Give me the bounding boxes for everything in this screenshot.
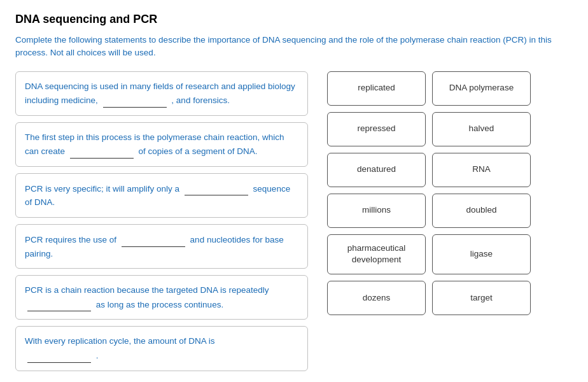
choice-box-choice-dna-polymerase[interactable]: DNA polymerase bbox=[432, 71, 531, 106]
stmt1-after: , and forensics. bbox=[171, 96, 230, 105]
statement-box-4: PCR requires the use of and nucleotides … bbox=[15, 224, 308, 269]
choice-box-choice-doubled[interactable]: doubled bbox=[432, 194, 531, 228]
statements-column: DNA sequencing is used in many fields of… bbox=[15, 71, 308, 371]
instructions: Complete the following statements to des… bbox=[15, 34, 573, 60]
instructions-note: Not all choices will be used. bbox=[50, 48, 156, 57]
blank-5 bbox=[27, 297, 91, 312]
choice-box-choice-denatured[interactable]: denatured bbox=[327, 153, 426, 187]
blank-3 bbox=[185, 181, 248, 196]
page-title: DNA sequencing and PCR bbox=[15, 13, 573, 26]
stmt3-before: PCR is very specific; it will amplify on… bbox=[25, 184, 179, 194]
blank-2 bbox=[70, 144, 134, 159]
statement-box-3: PCR is very specific; it will amplify on… bbox=[15, 173, 308, 218]
choice-box-choice-rna[interactable]: RNA bbox=[432, 153, 531, 187]
blank-1 bbox=[103, 93, 167, 108]
stmt6-after: . bbox=[96, 351, 99, 360]
stmt2-after: of copies of a segment of DNA. bbox=[139, 146, 258, 156]
choice-box-choice-target[interactable]: target bbox=[432, 281, 531, 315]
choice-box-choice-millions[interactable]: millions bbox=[327, 194, 426, 228]
blank-6 bbox=[27, 348, 91, 363]
choice-box-choice-halved[interactable]: halved bbox=[432, 112, 531, 146]
choice-box-choice-ligase[interactable]: ligase bbox=[432, 234, 531, 275]
statement-box-5: PCR is a chain reaction because the targ… bbox=[15, 275, 308, 320]
stmt4-before: PCR requires the use of bbox=[25, 235, 116, 244]
blank-4 bbox=[122, 232, 185, 247]
choice-box-choice-replicated[interactable]: replicated bbox=[327, 71, 426, 106]
statement-box-1: DNA sequencing is used in many fields of… bbox=[15, 71, 308, 116]
stmt5-before: PCR is a chain reaction because the targ… bbox=[25, 285, 269, 295]
stmt5-after: as long as the process continues. bbox=[96, 300, 223, 309]
choice-box-choice-dozens[interactable]: dozens bbox=[327, 281, 426, 315]
choices-column: replicatedDNA polymeraserepressedhalvedd… bbox=[327, 71, 531, 316]
choice-box-choice-repressed[interactable]: repressed bbox=[327, 112, 426, 146]
choice-box-choice-pharmaceutical[interactable]: pharmaceutical development bbox=[327, 234, 426, 275]
stmt6-before: With every replication cycle, the amount… bbox=[25, 336, 215, 346]
statement-box-6: With every replication cycle, the amount… bbox=[15, 326, 308, 371]
main-layout: DNA sequencing is used in many fields of… bbox=[15, 71, 573, 371]
statement-box-2: The first step in this process is the po… bbox=[15, 122, 308, 167]
